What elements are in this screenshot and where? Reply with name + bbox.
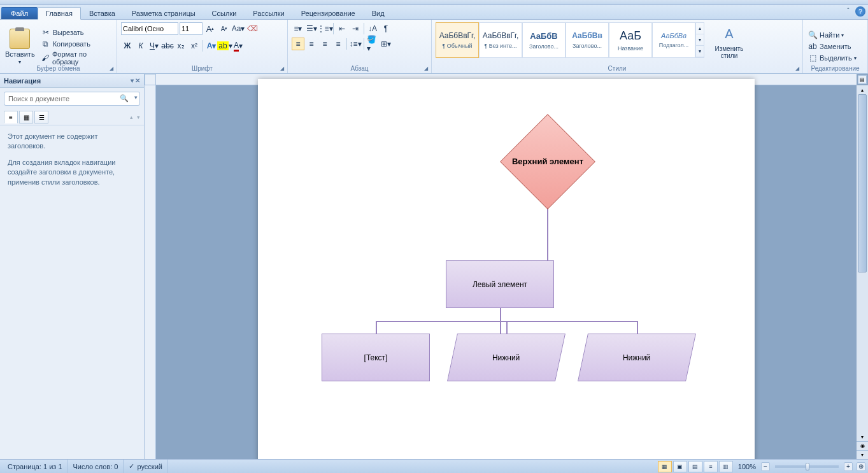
change-styles-button[interactable]: A Изменить стили xyxy=(709,22,749,60)
strike-button[interactable]: abc xyxy=(161,39,174,52)
shrink-font-button[interactable]: A▾ xyxy=(218,22,231,35)
scroll-thumb[interactable] xyxy=(858,94,867,272)
font-size-combo[interactable] xyxy=(180,22,203,35)
browse-next-icon[interactable]: ▾ xyxy=(857,450,868,459)
select-button[interactable]: ⬚Выделить▾ xyxy=(806,52,858,64)
style-title[interactable]: АаБНазвание xyxy=(609,22,652,58)
view-draft[interactable]: ▥ xyxy=(719,461,733,472)
gallery-down-icon[interactable]: ▾ xyxy=(696,34,704,46)
status-bar: Страница: 1 из 1 Число слов: 0 ✓русский … xyxy=(0,459,868,473)
font-color-button[interactable]: A▾ xyxy=(232,39,245,52)
view-full-screen[interactable]: ▣ xyxy=(673,461,687,472)
italic-button[interactable]: К xyxy=(134,39,147,52)
style-normal[interactable]: АаБбВвГг,¶ Обычный xyxy=(436,22,479,58)
help-icon[interactable]: ? xyxy=(855,6,865,17)
zoom-in-button[interactable]: + xyxy=(844,462,853,471)
gallery-up-icon[interactable]: ▴ xyxy=(696,23,704,34)
nav-next-icon[interactable]: ▾ xyxy=(137,114,140,120)
status-words[interactable]: Число слов: 0 xyxy=(68,460,124,473)
tab-view[interactable]: Вид xyxy=(364,7,393,19)
paragraph-launcher-icon[interactable]: ◢ xyxy=(422,64,430,72)
find-button[interactable]: 🔍Найти▾ xyxy=(806,29,858,41)
align-right-button[interactable]: ≡ xyxy=(318,38,331,50)
font-launcher-icon[interactable]: ◢ xyxy=(278,64,286,72)
replace-button[interactable]: abЗаменить xyxy=(806,41,858,52)
cut-button[interactable]: ✂Вырезать xyxy=(39,27,114,38)
shape-rect-bottom-1[interactable]: [Текст] xyxy=(322,334,430,381)
styles-launcher-icon[interactable]: ◢ xyxy=(793,64,801,72)
scroll-up-icon[interactable]: ▴ xyxy=(857,85,868,94)
nav-close-icon[interactable]: ✕ xyxy=(135,77,140,84)
nav-prev-icon[interactable]: ▴ xyxy=(130,114,133,120)
grow-font-button[interactable]: A▴ xyxy=(204,22,217,35)
copy-button[interactable]: ⧉Копировать xyxy=(39,38,114,50)
smartart-diagram[interactable]: Верхний элемент Левый элемент [Текст] Ни… xyxy=(322,136,691,365)
tab-references[interactable]: Ссылки xyxy=(204,7,245,19)
gallery-more-icon[interactable]: ▾ xyxy=(696,46,704,57)
line-spacing-button[interactable]: ↕≡▾ xyxy=(349,38,362,50)
zoom-fit-button[interactable]: ⊕ xyxy=(857,462,865,471)
ruler-corner[interactable] xyxy=(145,74,156,85)
document-area: ▤ Верхний элемент Левый элемент xyxy=(145,74,868,459)
highlight-button[interactable]: ab▾ xyxy=(218,39,231,52)
view-outline[interactable]: ≡ xyxy=(704,461,718,472)
status-page[interactable]: Страница: 1 из 1 xyxy=(3,460,68,473)
sort-button[interactable]: ↓A xyxy=(366,22,379,35)
vertical-ruler[interactable] xyxy=(145,85,156,459)
bold-button[interactable]: Ж xyxy=(121,39,134,52)
view-print-layout[interactable]: ▦ xyxy=(658,461,672,472)
tab-file[interactable]: Файл xyxy=(1,7,38,19)
nav-tab-pages[interactable]: ▦ xyxy=(19,111,33,124)
minimize-ribbon-icon[interactable]: ˆ xyxy=(844,6,853,15)
nav-title: Навигация xyxy=(4,77,41,85)
increase-indent-button[interactable]: ⇥ xyxy=(349,22,362,35)
tab-home[interactable]: Главная xyxy=(38,7,81,20)
tab-review[interactable]: Рецензирование xyxy=(293,7,364,19)
show-marks-button[interactable]: ¶ xyxy=(380,22,392,35)
shape-para-bottom-2[interactable]: Нижний xyxy=(447,334,566,381)
zoom-level[interactable]: 100% xyxy=(738,463,756,470)
decrease-indent-button[interactable]: ⇤ xyxy=(336,22,348,35)
vertical-scrollbar[interactable]: ▴ ▾ ◉ ▾ xyxy=(857,85,868,459)
nav-tab-headings[interactable]: ≡ xyxy=(4,111,18,124)
style-subtitle[interactable]: АаБбВвПодзагол... xyxy=(652,22,695,58)
justify-button[interactable]: ≡ xyxy=(332,38,345,50)
tab-page-layout[interactable]: Разметка страницы xyxy=(124,7,204,19)
multilevel-button[interactable]: ⋮≡▾ xyxy=(318,22,331,35)
view-web[interactable]: ▤ xyxy=(688,461,702,472)
change-case-button[interactable]: Aa▾ xyxy=(232,22,245,35)
nav-tab-results[interactable]: ☰ xyxy=(34,111,48,124)
shading-button[interactable]: 🪣▾ xyxy=(366,38,379,50)
underline-button[interactable]: Ч▾ xyxy=(148,39,160,52)
ribbon: Вставить ▾ ✂Вырезать ⧉Копировать 🖌Формат… xyxy=(0,20,868,74)
document-page[interactable]: Верхний элемент Левый элемент [Текст] Ни… xyxy=(258,79,755,459)
ruler-toggle-icon[interactable]: ▤ xyxy=(858,75,867,84)
shape-diamond-top[interactable]: Верхний элемент xyxy=(500,136,595,187)
text-effects-button[interactable]: A▾ xyxy=(205,39,218,52)
clipboard-launcher-icon[interactable]: ◢ xyxy=(108,64,115,72)
tab-mailings[interactable]: Рассылки xyxy=(245,7,292,19)
clear-format-button[interactable]: ⌫ xyxy=(246,22,259,35)
shape-para-bottom-3[interactable]: Нижний xyxy=(578,334,696,381)
font-name-combo[interactable] xyxy=(121,22,178,35)
nav-menu-icon[interactable]: ▾ xyxy=(131,77,134,84)
search-icon[interactable]: 🔍 xyxy=(120,94,129,102)
status-lang[interactable]: ✓русский xyxy=(124,460,167,473)
search-dropdown-icon[interactable]: ▾ xyxy=(134,94,138,101)
align-center-button[interactable]: ≡ xyxy=(305,38,318,50)
style-heading2[interactable]: АаБбВвЗаголово... xyxy=(566,22,609,58)
shape-rect-left[interactable]: Левый элемент xyxy=(446,260,554,308)
bullets-button[interactable]: ≡▾ xyxy=(292,22,304,35)
zoom-slider[interactable] xyxy=(775,465,839,468)
style-no-spacing[interactable]: АаБбВвГг,¶ Без инте... xyxy=(479,22,522,58)
borders-button[interactable]: ⊞▾ xyxy=(380,38,392,50)
browse-prev-icon[interactable]: ◉ xyxy=(857,441,868,450)
superscript-button[interactable]: x² xyxy=(188,39,201,52)
align-left-button[interactable]: ≡ xyxy=(292,38,304,50)
subscript-button[interactable]: x₂ xyxy=(174,39,187,52)
scroll-down-icon[interactable]: ▾ xyxy=(857,432,868,441)
numbering-button[interactable]: ☰▾ xyxy=(305,22,318,35)
tab-insert[interactable]: Вставка xyxy=(81,7,124,19)
style-heading1[interactable]: АаБбВЗаголово... xyxy=(522,22,566,58)
zoom-out-button[interactable]: − xyxy=(761,462,770,471)
